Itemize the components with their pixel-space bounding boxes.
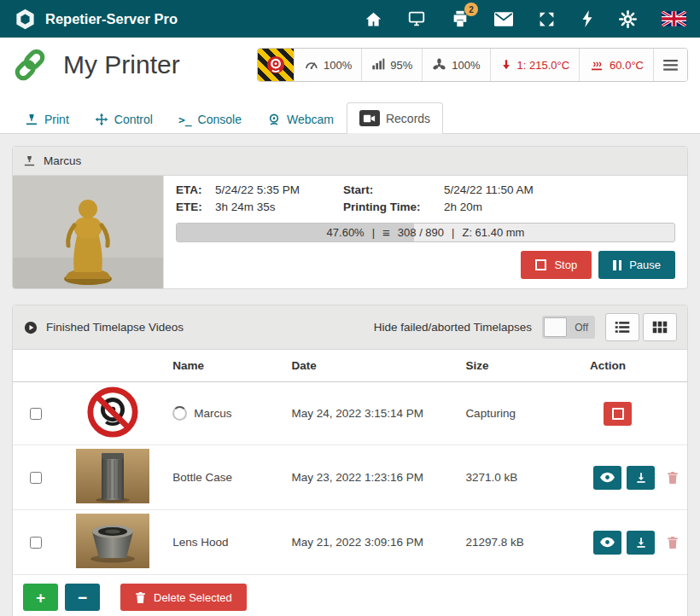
print-nozzle-icon [25,113,38,126]
table-row: Marcus May 24, 2022 3:15:14 PM Capturing [13,382,687,445]
preview-video-button[interactable] [593,466,621,490]
printer-tabs: Print Control >_ Console Webcam Records [0,92,700,134]
download-video-button[interactable] [627,466,655,490]
video-size: 3271.0 kB [458,445,583,510]
pause-icon [613,260,621,270]
printer-header: My Printer 100% 95% 100% 1: 215.0°C 60.0… [0,38,700,92]
ete-label: ETE: [176,200,215,213]
plus-icon: + [36,590,45,606]
video-size: Capturing [458,382,583,445]
start-value: 5/24/22 11:50 AM [444,183,675,196]
notification-badge: 2 [464,3,478,16]
webcam-hazard-icon [258,49,294,81]
preview-video-button[interactable] [593,531,621,555]
col-name: Name [166,350,284,382]
col-date: Date [285,350,459,382]
eta-label: ETA: [176,183,215,196]
webcam-status-button[interactable] [258,49,294,81]
navbar-icons: 2 [365,9,686,28]
delete-video-button[interactable] [665,469,680,486]
server-chain-logo-icon [12,47,48,83]
timelapse-footer: + − Delete Selected [13,575,687,616]
select-all-button[interactable]: + [23,584,58,611]
list-view-button[interactable] [605,313,639,341]
pause-print-button[interactable]: Pause [598,251,675,279]
select-row-checkbox[interactable] [30,408,42,420]
webcam-icon [267,113,281,126]
download-video-button[interactable] [627,531,655,555]
app-logo-icon[interactable] [14,8,37,31]
console-prompt-icon: >_ [178,113,192,126]
video-thumbnail [76,514,149,568]
hide-failed-toggle[interactable]: Off [542,316,595,339]
delete-selected-button[interactable]: Delete Selected [120,584,247,611]
home-icon[interactable] [365,10,382,28]
table-row: Lens Hood May 21, 2022 3:09:16 PM 21297.… [13,510,687,575]
speedometer-icon [304,58,318,73]
video-date: May 24, 2022 3:15:14 PM [285,382,459,445]
stop-print-button[interactable]: Stop [521,251,592,279]
select-row-checkbox[interactable] [30,537,42,549]
grid-view-button[interactable] [643,313,677,341]
col-action: Action [583,350,687,382]
eye-icon [600,537,615,548]
download-icon [635,472,647,484]
video-date: May 23, 2022 1:23:16 PM [285,445,459,510]
printer-menu-button[interactable] [653,49,687,81]
speed-value: 100% [324,59,352,72]
printer-queue-icon[interactable]: 2 [451,9,470,28]
extruder-temp-value: 1: 215.0°C [517,59,570,72]
trash-icon [667,536,679,549]
tab-print[interactable]: Print [12,105,82,134]
minus-icon: − [78,590,87,606]
speed-multiplier-button[interactable]: 100% [294,49,361,81]
col-size: Size [458,350,583,382]
monitor-icon[interactable] [407,9,426,28]
bed-temp-button[interactable]: 60.0°C [579,49,653,81]
tab-records[interactable]: Records [347,102,443,134]
trash-icon [135,591,146,604]
download-icon [635,537,647,549]
toggle-knob [544,317,567,337]
content-area: Marcus ETA: 5/24/22 5:35 PM Start: [0,134,700,616]
select-row-checkbox[interactable] [30,472,42,484]
delete-video-button[interactable] [665,534,680,551]
flow-value: 95% [390,59,412,72]
progress-percent: 47.60% [327,226,365,239]
tab-control[interactable]: Control [82,105,166,134]
eye-icon [600,472,615,483]
hamburger-menu-icon [663,60,678,71]
deselect-all-button[interactable]: − [65,584,100,611]
fan-speed-button[interactable]: 100% [422,49,489,81]
z-height: Z: 61.40 mm [462,226,524,239]
settings-gear-icon[interactable] [619,10,637,28]
job-printer-icon [23,154,36,167]
no-webcam-icon [86,386,139,439]
quick-actions-icon[interactable] [580,9,594,28]
brand-title[interactable]: Repetier-Server Pro [45,11,178,27]
tab-webcam[interactable]: Webcam [254,105,347,134]
printer-status-bar: 100% 95% 100% 1: 215.0°C 60.0°C [257,48,688,82]
stop-capture-button[interactable] [604,402,632,426]
flow-multiplier-button[interactable]: 95% [361,49,422,81]
job-name: Marcus [44,154,81,167]
navbar: Repetier-Server Pro 2 [0,0,700,38]
separator: | [372,226,375,239]
fan-value: 100% [452,59,480,72]
stop-capture-icon [612,408,624,420]
timelapse-panel: Finished Timelapse Videos Hide failed/ab… [12,305,688,616]
layers-icon: ≡ [382,226,390,239]
bed-temp-icon [589,58,604,72]
video-name: Bottle Case [166,445,284,510]
tab-console[interactable]: >_ Console [166,105,254,134]
language-flag-icon[interactable] [662,11,686,26]
extruder-temp-button[interactable]: 1: 215.0°C [490,49,580,81]
timelapse-table: Name Date Size Action [13,350,687,575]
flow-bars-icon [371,58,385,72]
table-header-row: Name Date Size Action [13,350,687,382]
fullscreen-icon[interactable] [538,10,556,28]
grid-view-icon [652,321,668,334]
toggle-state: Off [575,322,588,334]
extruder-temp-icon [500,58,512,72]
messages-icon[interactable] [494,12,513,26]
